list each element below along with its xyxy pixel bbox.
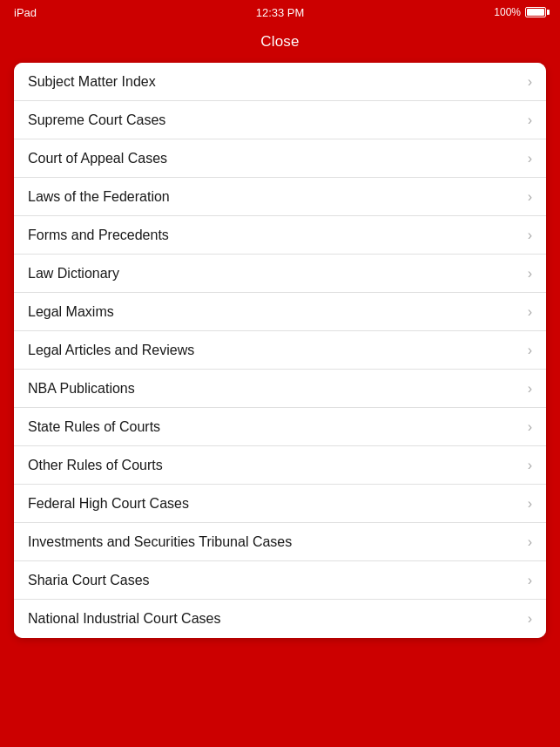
chevron-icon-subject-matter-index: › xyxy=(528,74,532,90)
chevron-icon-legal-maxims: › xyxy=(528,304,532,320)
menu-card: Subject Matter Index›Supreme Court Cases… xyxy=(14,63,546,638)
menu-item-law-dictionary[interactable]: Law Dictionary› xyxy=(14,255,546,293)
menu-item-label-court-of-appeal-cases: Court of Appeal Cases xyxy=(28,151,167,166)
chevron-icon-federal-high-court-cases: › xyxy=(528,496,532,512)
menu-item-label-state-rules-of-courts: State Rules of Courts xyxy=(28,419,160,435)
status-bar: iPad 12:33 PM 100% xyxy=(0,0,560,24)
menu-item-nba-publications[interactable]: NBA Publications› xyxy=(14,370,546,408)
chevron-icon-sharia-court-cases: › xyxy=(528,573,532,588)
battery-fill xyxy=(527,9,544,16)
menu-item-laws-of-the-federation[interactable]: Laws of the Federation› xyxy=(14,178,546,216)
menu-item-other-rules-of-courts[interactable]: Other Rules of Courts› xyxy=(14,446,546,485)
close-button-container: Close xyxy=(0,24,560,63)
menu-item-court-of-appeal-cases[interactable]: Court of Appeal Cases› xyxy=(14,139,546,178)
menu-item-legal-maxims[interactable]: Legal Maxims› xyxy=(14,293,546,331)
chevron-icon-nba-publications: › xyxy=(528,381,532,397)
device-label: iPad xyxy=(14,6,37,19)
menu-item-supreme-court-cases[interactable]: Supreme Court Cases› xyxy=(14,101,546,139)
chevron-icon-laws-of-the-federation: › xyxy=(528,189,532,205)
menu-item-label-federal-high-court-cases: Federal High Court Cases xyxy=(28,496,189,512)
battery-percentage: 100% xyxy=(494,6,521,18)
menu-item-forms-and-precedents[interactable]: Forms and Precedents› xyxy=(14,216,546,255)
menu-item-label-national-industrial-court-cases: National Industrial Court Cases xyxy=(28,611,220,627)
menu-item-label-other-rules-of-courts: Other Rules of Courts xyxy=(28,458,163,473)
chevron-icon-national-industrial-court-cases: › xyxy=(528,611,532,627)
menu-item-label-legal-maxims: Legal Maxims xyxy=(28,304,114,320)
chevron-icon-state-rules-of-courts: › xyxy=(528,419,532,435)
menu-item-national-industrial-court-cases[interactable]: National Industrial Court Cases› xyxy=(14,600,546,638)
menu-item-investments-and-securities-tribunal-cases[interactable]: Investments and Securities Tribunal Case… xyxy=(14,523,546,561)
chevron-icon-supreme-court-cases: › xyxy=(528,112,532,128)
chevron-icon-other-rules-of-courts: › xyxy=(528,458,532,473)
menu-item-federal-high-court-cases[interactable]: Federal High Court Cases› xyxy=(14,485,546,523)
menu-item-label-investments-and-securities-tribunal-cases: Investments and Securities Tribunal Case… xyxy=(28,534,292,550)
menu-item-legal-articles-and-reviews[interactable]: Legal Articles and Reviews› xyxy=(14,331,546,370)
battery-status: 100% xyxy=(494,6,546,18)
chevron-icon-law-dictionary: › xyxy=(528,266,532,282)
close-button[interactable]: Close xyxy=(260,33,299,51)
chevron-icon-court-of-appeal-cases: › xyxy=(528,151,532,166)
chevron-icon-investments-and-securities-tribunal-cases: › xyxy=(528,534,532,550)
battery-icon xyxy=(525,7,546,17)
menu-item-sharia-court-cases[interactable]: Sharia Court Cases› xyxy=(14,561,546,600)
menu-item-label-sharia-court-cases: Sharia Court Cases xyxy=(28,573,150,588)
chevron-icon-legal-articles-and-reviews: › xyxy=(528,343,532,358)
menu-item-subject-matter-index[interactable]: Subject Matter Index› xyxy=(14,63,546,101)
menu-item-label-legal-articles-and-reviews: Legal Articles and Reviews xyxy=(28,343,194,358)
menu-item-label-nba-publications: NBA Publications xyxy=(28,381,135,397)
menu-item-label-forms-and-precedents: Forms and Precedents xyxy=(28,227,169,243)
menu-item-label-laws-of-the-federation: Laws of the Federation xyxy=(28,189,170,205)
time-label: 12:33 PM xyxy=(256,6,305,19)
menu-item-label-supreme-court-cases: Supreme Court Cases xyxy=(28,112,165,128)
menu-item-label-law-dictionary: Law Dictionary xyxy=(28,266,119,282)
menu-item-state-rules-of-courts[interactable]: State Rules of Courts› xyxy=(14,408,546,446)
menu-item-label-subject-matter-index: Subject Matter Index xyxy=(28,74,156,90)
chevron-icon-forms-and-precedents: › xyxy=(528,227,532,243)
